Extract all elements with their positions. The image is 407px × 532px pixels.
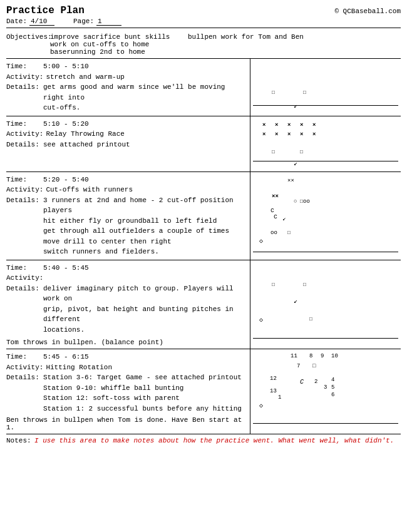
meta-row: Date: 4/10 Page: 1	[6, 18, 401, 28]
session-3-diagram: ×× ×× ○ □ oo c c ↙ oo □ ◇	[250, 172, 401, 260]
time-label-4: Time:	[6, 263, 41, 274]
session-1-left: Time: 5:00 - 5:10 Activity: stretch and …	[6, 59, 250, 116]
diagram-1: □ □ ↙ ◇ □	[253, 61, 398, 113]
activity-value-1: stretch and warm-up	[46, 72, 124, 83]
activity-label-2: Activity:	[6, 129, 43, 140]
time-value-1: 5:00 - 5:10	[43, 61, 89, 72]
details-label-3: Details:	[6, 195, 41, 257]
activity-value-2: Relay Throwing Race	[46, 129, 124, 140]
session-4: Time: 5:40 - 5:45 Activity: Details: del…	[6, 260, 401, 350]
session-4-diagram: □ □ ↙ ◇ □	[250, 260, 401, 349]
diagram-2: × × × × × × × × × × □ □ ↙ ◇ □	[253, 119, 398, 169]
page-label: Page:	[73, 18, 94, 25]
details-text-5: Station 3-6: Target Game - see attached …	[43, 372, 242, 414]
details-text-1: get arms good and warm since we'll be mo…	[43, 82, 247, 113]
time-value-3: 5:20 - 5:40	[43, 175, 89, 185]
activity-label-5: Activity:	[6, 362, 43, 373]
details-text-3: 3 runners at 2nd and home - 2 cut-off po…	[43, 195, 247, 257]
objectives-col2: bullpen work for Tom and Ben	[188, 33, 401, 56]
activity-value-3: Cut-offs with runners	[46, 185, 133, 195]
notes-text: I use this area to make notes about how …	[34, 437, 394, 451]
details-text-4: deliver imaginary pitch to group. Player…	[43, 284, 247, 335]
details-label-2: Details:	[6, 140, 41, 150]
time-value-5: 5:45 - 6:15	[43, 352, 89, 362]
details-label-4: Details:	[6, 284, 41, 335]
session-2-left: Time: 5:10 - 5:20 Activity: Relay Throwi…	[6, 116, 250, 171]
time-label-3: Time:	[6, 175, 41, 185]
page-value: 1	[96, 18, 121, 26]
time-label-1: Time:	[6, 61, 41, 72]
obj-line-2: work on cut-offs to home	[50, 41, 188, 48]
date-value: 4/10	[29, 18, 54, 26]
objectives-label: Objectives:	[6, 33, 52, 41]
session-2: Time: 5:10 - 5:20 Activity: Relay Throwi…	[6, 116, 401, 172]
details-text-2: see attached printout	[43, 140, 130, 150]
session-1: Time: 5:00 - 5:10 Activity: stretch and …	[6, 59, 401, 116]
session-5-extra: Ben throws in bullpen when Tom is done. …	[6, 416, 247, 431]
activity-label-4: Activity:	[6, 273, 43, 284]
details-label-1: Details:	[6, 82, 41, 113]
session-3-left: Time: 5:20 - 5:40 Activity: Cut-offs wit…	[6, 172, 250, 260]
time-label-5: Time:	[6, 352, 41, 362]
date-label: Date:	[6, 18, 27, 25]
session-5: Time: 5:45 - 6:15 Activity: Hitting Rota…	[6, 349, 401, 434]
objectives-col1: improve sacrifice bunt skills work on cu…	[50, 33, 188, 56]
activity-value-5: Hitting Rotation	[46, 362, 112, 373]
notes-section: Notes: I use this area to make notes abo…	[6, 434, 401, 453]
session-2-diagram: × × × × × × × × × × □ □ ↙ ◇ □	[250, 116, 401, 171]
page-title: Practice Plan	[6, 5, 85, 16]
session-5-diagram: 11 8 9 10 7 □ 12 C 2 4 5 6 3 13 1 ◇	[250, 349, 401, 434]
session-4-extra: Tom throws in bullpen. (balance point)	[6, 339, 247, 346]
obj-line-1: improve sacrifice bunt skills	[50, 33, 188, 41]
diagram-5: 11 8 9 10 7 □ 12 C 2 4 5 6 3 13 1 ◇	[253, 352, 398, 431]
session-3: Time: 5:20 - 5:40 Activity: Cut-offs wit…	[6, 172, 401, 260]
time-value-4: 5:40 - 5:45	[43, 263, 89, 274]
activity-label-3: Activity:	[6, 185, 43, 195]
time-label-2: Time:	[6, 119, 41, 130]
objectives-section: Objectives: improve sacrifice bunt skill…	[6, 31, 401, 59]
time-value-2: 5:10 - 5:20	[43, 119, 89, 130]
activity-label-1: Activity:	[6, 72, 43, 83]
notes-label: Notes:	[6, 437, 34, 451]
session-1-diagram: □ □ ↙ ◇ □	[250, 59, 401, 116]
session-4-left: Time: 5:40 - 5:45 Activity: Details: del…	[6, 260, 250, 349]
details-label-5: Details:	[6, 372, 41, 414]
diagram-4: □ □ ↙ ◇ □	[253, 263, 398, 347]
diagram-3: ×× ×× ○ □ oo c c ↙ oo □ ◇	[253, 175, 398, 257]
copyright: © QCBaseball.com	[334, 8, 401, 15]
session-5-left: Time: 5:45 - 6:15 Activity: Hitting Rota…	[6, 349, 250, 434]
obj-col2-line-1: bullpen work for Tom and Ben	[188, 33, 401, 41]
obj-line-3: baserunning 2nd to home	[50, 48, 188, 56]
